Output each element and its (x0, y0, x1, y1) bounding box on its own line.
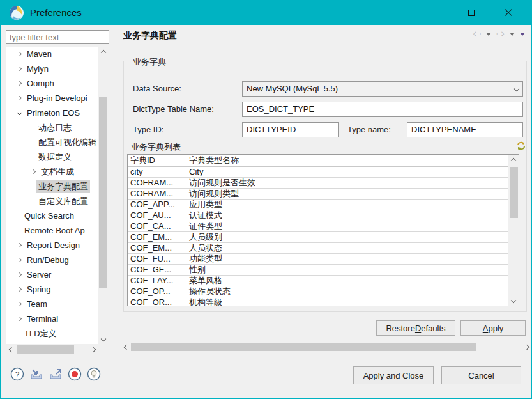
tree-item[interactable]: 文档生成 (6, 164, 109, 179)
scroll-down-icon[interactable] (98, 333, 109, 344)
expander-icon[interactable] (13, 302, 25, 306)
view-menu-icon[interactable] (520, 33, 525, 36)
tree-item-label: Maven (25, 49, 54, 59)
scroll-right-icon[interactable] (87, 344, 98, 355)
refresh-icon[interactable] (515, 140, 527, 152)
tree-item[interactable]: 动态日志 (6, 120, 109, 135)
apply-and-close-button[interactable]: Apply and Close (353, 366, 434, 384)
scroll-up-icon[interactable] (508, 155, 519, 166)
table-row[interactable]: COFRAM... 访问规则是否生效 (128, 178, 509, 189)
table-row[interactable]: COF_CA... 证件类型 (128, 221, 509, 232)
table-row[interactable]: COF_GE... 性别 (128, 265, 509, 276)
scroll-down-icon[interactable] (508, 295, 519, 306)
data-source-combo[interactable]: New MySQL(MySql_5.5) (242, 81, 523, 97)
expander-icon[interactable] (13, 273, 25, 276)
table-vertical-scrollbar[interactable] (508, 155, 519, 306)
expander-icon[interactable] (13, 97, 25, 100)
tree-item[interactable]: 数据定义 (6, 150, 109, 164)
table-row[interactable]: COF_FU... 功能类型 (128, 254, 509, 265)
forward-menu-icon[interactable] (510, 33, 515, 36)
tree-item[interactable]: Mylyn (6, 61, 109, 76)
tree-item-label: Server (25, 269, 53, 280)
table-row[interactable]: COFRAM... 访问规则类型 (128, 189, 509, 199)
tree-horizontal-scrollbar[interactable] (6, 344, 98, 355)
tree-item[interactable]: 配置可视化编辑 (6, 135, 109, 150)
dict-name-cell: 机构等级 (186, 297, 509, 306)
tree-item[interactable]: 自定义库配置 (6, 194, 109, 208)
expander-icon[interactable] (13, 111, 25, 114)
scrollbar-thumb[interactable] (99, 97, 107, 288)
tree-item[interactable]: Spring (6, 282, 109, 297)
tree-item[interactable]: Primeton EOS (6, 106, 109, 120)
scroll-right-icon[interactable] (521, 341, 532, 352)
tree-item[interactable]: Plug-in Developi (6, 91, 109, 106)
import-preferences-icon[interactable] (29, 366, 43, 381)
panel-horizontal-scrollbar[interactable] (121, 341, 532, 352)
label-part: A (483, 324, 489, 333)
tree-item[interactable]: Terminal (6, 311, 109, 326)
expander-icon[interactable] (13, 82, 25, 85)
table-row[interactable]: COF_AU... 认证模式 (128, 210, 509, 221)
expander-icon[interactable] (13, 317, 25, 320)
tree-item-label: Team (25, 299, 49, 309)
close-button[interactable] (494, 1, 523, 25)
expander-icon[interactable] (13, 52, 25, 56)
back-menu-icon[interactable] (486, 33, 491, 36)
tree-item[interactable]: Remote Boot Ap (6, 223, 109, 238)
dict-name-cell: 证件类型 (186, 221, 509, 231)
tree-vertical-scrollbar[interactable] (98, 47, 109, 344)
back-icon[interactable]: ⇦ (473, 29, 482, 39)
expander-icon[interactable] (27, 170, 39, 173)
tree-item[interactable]: Report Design (6, 238, 109, 253)
page-title: 业务字典配置 (123, 30, 177, 42)
table-row[interactable]: COF_OR... 机构等级 (128, 297, 509, 306)
scroll-left-icon[interactable] (6, 344, 17, 355)
expander-icon[interactable] (13, 67, 25, 70)
dict-id-cell: COFRAM... (128, 178, 186, 188)
minimize-button[interactable] (422, 1, 451, 25)
history-navigation: ⇦ ⇨ (473, 29, 525, 39)
table-row[interactable]: COF_OP... 操作员状态 (128, 286, 509, 297)
type-name-label: Type name: (347, 122, 391, 137)
scrollbar-thumb[interactable] (131, 343, 476, 351)
scrollbar-thumb[interactable] (510, 167, 518, 218)
tree-item[interactable]: Team (6, 297, 109, 311)
table-row[interactable]: COF_LAY... 菜单风格 (128, 276, 509, 286)
apply-button[interactable]: Apply (460, 320, 526, 336)
table-row[interactable]: COF_EM... 人员状态 (128, 243, 509, 254)
column-header-id[interactable]: 字典ID (128, 155, 186, 166)
export-preferences-icon[interactable] (48, 366, 63, 381)
help-icon[interactable]: ? (10, 366, 24, 381)
record-icon[interactable] (67, 366, 82, 381)
cancel-button[interactable]: Cancel (441, 366, 521, 384)
header-separator (119, 43, 532, 43)
dict-id-cell: COF_FU... (128, 254, 186, 264)
type-name-input[interactable]: DICTTYPENAME (407, 122, 523, 137)
tree-item[interactable]: Oomph (6, 76, 109, 91)
column-header-name[interactable]: 字典类型名称 (186, 155, 509, 166)
tree-item[interactable]: Quick Search (6, 208, 109, 223)
type-id-input[interactable]: DICTTYPEID (242, 122, 339, 137)
table-row[interactable]: COF_APP... 应用类型 (128, 199, 509, 210)
tree-item[interactable]: Maven (6, 47, 109, 61)
forward-icon[interactable]: ⇨ (496, 29, 505, 39)
expander-icon[interactable] (13, 258, 25, 262)
maximize-button[interactable] (457, 1, 486, 25)
tree-item[interactable]: Server (6, 267, 109, 282)
scrollbar-thumb[interactable] (17, 345, 74, 354)
filter-input[interactable] (6, 30, 109, 44)
tree-item-label: 配置可视化编辑 (36, 136, 98, 149)
scroll-left-icon[interactable] (121, 341, 132, 352)
expander-icon[interactable] (13, 288, 25, 291)
tree-item[interactable]: 业务字典配置 (6, 179, 109, 194)
table-row[interactable]: COF_EM... 人员级别 (128, 232, 509, 243)
dict-name-cell: 访问规则是否生效 (186, 178, 509, 188)
tree-item[interactable]: TLD定义 (6, 326, 109, 341)
table-row[interactable]: city City (128, 167, 509, 178)
expander-icon[interactable] (13, 244, 25, 247)
lightbulb-icon[interactable] (86, 366, 101, 381)
dicttype-table-input[interactable]: EOS_DICT_TYPE (242, 102, 523, 117)
scroll-up-icon[interactable] (98, 47, 109, 58)
restore-defaults-button[interactable]: Restore Defaults (376, 320, 455, 336)
tree-item[interactable]: Run/Debug (6, 253, 109, 267)
